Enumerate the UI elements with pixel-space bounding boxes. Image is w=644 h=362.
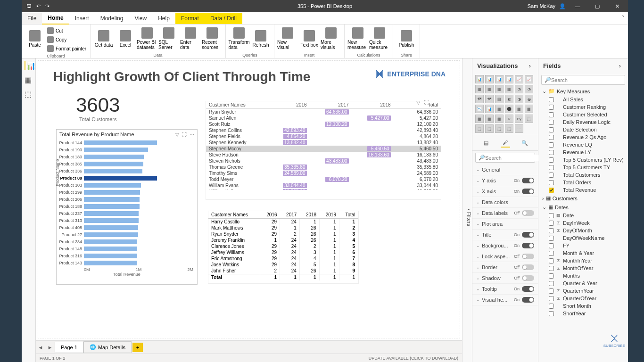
format-lockaspect[interactable]: ⌄Lock aspe...Off: [472, 251, 538, 262]
field-checkbox[interactable]: [549, 120, 554, 125]
field-checkbox[interactable]: [549, 273, 554, 279]
analytics-tool-icon[interactable]: 🔍: [520, 138, 529, 148]
focus-icon[interactable]: ⛶: [424, 99, 429, 106]
viz-type-26[interactable]: ▦: [495, 115, 504, 123]
table-row[interactable]: Stephen Fields4,864.204,864.20: [206, 133, 441, 140]
field-checkbox[interactable]: [549, 311, 554, 316]
transform-data-button[interactable]: Transform data: [229, 25, 249, 52]
field-checkbox[interactable]: [549, 296, 554, 301]
field-checkbox[interactable]: [549, 304, 554, 309]
fields-search[interactable]: 🔎: [541, 75, 625, 85]
bar-row[interactable]: Product 316: [84, 252, 193, 259]
focus-icon[interactable]: ⛶: [182, 132, 187, 137]
field-checkbox[interactable]: [549, 228, 554, 233]
table-row[interactable]: Timothy Sims24,589.0024,589.00: [206, 170, 441, 176]
table-row[interactable]: Stephen Collins42,893.4042,893.40: [206, 127, 441, 133]
toggle-datalabels[interactable]: [522, 210, 534, 216]
field-customer-selected[interactable]: Customer Selected: [538, 111, 628, 118]
format-datacolors[interactable]: ⌄Data colors: [472, 197, 538, 208]
viz-type-23[interactable]: ▦: [525, 105, 533, 113]
tab-insert[interactable]: Insert: [69, 13, 95, 24]
table-row[interactable]: Scott Ruiz12,100.2012,100.20: [206, 121, 441, 127]
bar-row[interactable]: Product 188: [84, 203, 193, 210]
fields-tool-icon[interactable]: ▤: [481, 138, 491, 148]
viz-type-10[interactable]: ◔: [515, 85, 523, 93]
tab-home[interactable]: Home: [42, 12, 69, 25]
field-checkbox[interactable]: [549, 157, 554, 163]
toggle-visualheader[interactable]: [522, 297, 534, 303]
field-monthinyear[interactable]: ΣMonthInYear: [538, 257, 628, 264]
format-tooltip[interactable]: ⌄TooltipOn: [472, 284, 538, 295]
toggle-shadow[interactable]: [522, 275, 534, 281]
toggle-yaxis[interactable]: [522, 178, 534, 183]
viz-type-15[interactable]: ◐: [505, 95, 513, 103]
field-checkbox[interactable]: [549, 188, 554, 193]
viz-type-21[interactable]: ⚫: [505, 105, 513, 113]
col-header[interactable]: 2018: [299, 211, 319, 219]
col-header[interactable]: 2018: [352, 101, 394, 109]
field-table-dates[interactable]: ⌄▦Dates: [538, 203, 628, 212]
field-date-selection[interactable]: Date Selection: [538, 126, 628, 133]
bar-row[interactable]: Product 144: [84, 139, 193, 146]
bar-row[interactable]: Product 299: [84, 189, 193, 196]
tab-format[interactable]: Format: [175, 13, 205, 24]
format-visualheader[interactable]: ⌄Visual he...On: [472, 295, 538, 305]
viz-type-2[interactable]: 📊: [495, 75, 504, 83]
table-row[interactable]: Eric Armstrong2924417: [208, 255, 358, 262]
field-daily-revenue-logic[interactable]: Daily Revenue Logic: [538, 118, 628, 126]
page-next[interactable]: ►: [45, 345, 55, 350]
format-general[interactable]: ⌄General: [472, 165, 538, 175]
field-checkbox[interactable]: [549, 221, 554, 226]
report-view-icon[interactable]: 📊: [25, 61, 33, 70]
undo-icon[interactable]: ↶: [36, 3, 41, 9]
viz-type-16[interactable]: ◑: [515, 95, 523, 103]
redo-icon[interactable]: ↷: [45, 3, 50, 9]
toggle-title[interactable]: [522, 232, 534, 238]
recent-sources-button[interactable]: Recent sources: [202, 25, 223, 52]
viz-type-33[interactable]: ⬚: [505, 124, 513, 133]
bar-row[interactable]: Product 190: [84, 146, 193, 153]
table-row[interactable]: Samuel Allen5,427.005,427.00: [206, 115, 441, 121]
col-header[interactable]: 2019: [319, 211, 339, 219]
format-datalabels[interactable]: ⌄Data labelsOff: [472, 208, 538, 219]
table-row[interactable]: Harry Castillo2924111: [208, 219, 358, 225]
status-update[interactable]: UPDATE AVAILABLE (CLICK TO DOWNLOAD): [369, 356, 458, 361]
enter-data-button[interactable]: Enter data: [180, 25, 201, 52]
add-page-button[interactable]: +: [132, 343, 143, 352]
table-row[interactable]: John Fisher2242619: [208, 268, 358, 274]
col-header[interactable]: 2016: [267, 101, 309, 109]
new-measure-button[interactable]: New measure: [347, 25, 368, 52]
viz-search[interactable]: 🔎: [475, 153, 535, 163]
text-box-button[interactable]: Text box: [299, 25, 320, 52]
field-checkbox[interactable]: [549, 142, 554, 148]
col-header[interactable]: Customer Names: [208, 211, 260, 219]
table-row[interactable]: Stephen Mccoy5,460.505,460.50: [206, 146, 441, 152]
toggle-background[interactable]: [522, 243, 534, 248]
fields-search-input[interactable]: [551, 77, 622, 83]
maximize-button[interactable]: ▢: [589, 0, 605, 12]
model-view-icon[interactable]: ⬚: [25, 90, 33, 98]
field-customer-ranking[interactable]: Customer Ranking: [538, 103, 628, 111]
col-header[interactable]: Total: [339, 211, 358, 219]
tab-modeling[interactable]: Modeling: [95, 13, 129, 24]
tab-datadrill[interactable]: Data / Drill: [205, 13, 242, 24]
bar-row[interactable]: Product 148: [84, 245, 193, 252]
format-painter-button[interactable]: Format painter: [46, 44, 87, 53]
field-checkbox[interactable]: [549, 127, 554, 132]
paste-button[interactable]: Paste: [25, 25, 45, 52]
quick-measure-button[interactable]: Quick measure: [369, 25, 390, 52]
field-checkbox[interactable]: [549, 112, 554, 117]
new-visual-button[interactable]: New visual: [277, 25, 298, 52]
bar-row[interactable]: Product 385: [84, 160, 193, 167]
field-revenue-ly[interactable]: Revenue LY: [538, 148, 628, 156]
viz-type-20[interactable]: ▦: [495, 105, 504, 113]
pbi-datasets-button[interactable]: Power BI datasets: [137, 25, 157, 52]
data-view-icon[interactable]: ▦: [25, 75, 33, 84]
bar-row[interactable]: Product 27: [84, 231, 193, 238]
field-total-revenue[interactable]: Total Revenue: [538, 186, 628, 194]
user-name[interactable]: Sam McKay: [528, 3, 555, 9]
cut-button[interactable]: Cut: [46, 26, 87, 35]
field-months[interactable]: Months: [538, 272, 628, 280]
field-top-5-customers-ty[interactable]: Top 5 Customers TY: [538, 164, 628, 171]
report-canvas[interactable]: Highlight Growth Of Client Through Time …: [38, 60, 460, 338]
